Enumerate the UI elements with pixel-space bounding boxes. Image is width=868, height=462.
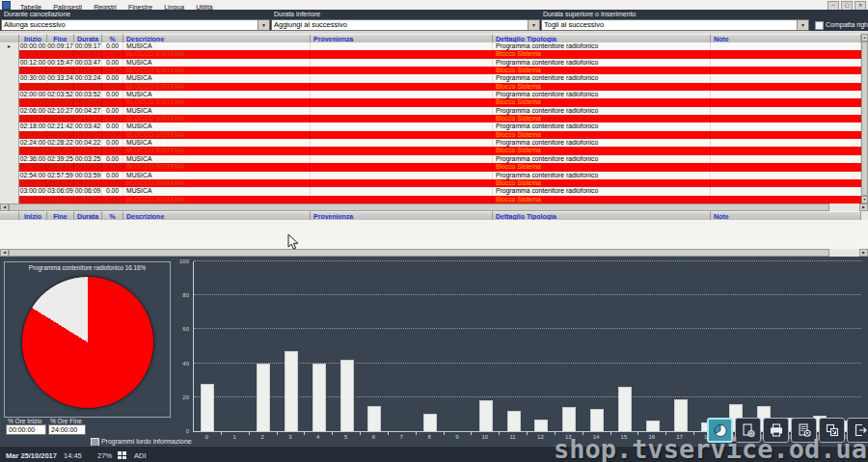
table-row[interactable]: 03:00:0003:06:0900:06:090.00MUSICAProgra… [0, 187, 861, 195]
cell-dettaglio[interactable]: Blocco Sistema [493, 98, 711, 106]
cell-inizio[interactable]: 00:09:17 [19, 50, 47, 58]
cell-durata[interactable]: 00:09:17 [74, 42, 102, 50]
cell-note[interactable] [711, 196, 861, 204]
row-selector[interactable] [0, 115, 19, 122]
chevron-down-icon[interactable]: ▼ [797, 20, 808, 30]
cell-descrizione[interactable]: BLOCCO SISTEMA [123, 131, 311, 139]
column-header-fine[interactable]: Fine [47, 34, 74, 42]
cell-fine[interactable]: 02:18:00 [47, 115, 74, 122]
cell-inizio[interactable]: 00:30:00 [19, 74, 47, 82]
column-header-dettaglio[interactable]: Dettaglio Tipologia [493, 34, 711, 42]
durante-cancellazione-select[interactable]: Allunga successivo ▼ [1, 19, 270, 31]
cell-durata[interactable]: 00:14:35 [74, 163, 102, 171]
horizontal-scrollbar[interactable]: ◀ ▶ [0, 204, 868, 211]
cell-durata[interactable]: 00:02:18 [74, 131, 102, 139]
cell-durata[interactable]: 00:03:59 [74, 172, 102, 179]
cell-fine[interactable]: 02:10:27 [47, 107, 74, 115]
column-header-durata[interactable]: Durata [74, 211, 102, 220]
cell-descrizione[interactable]: MUSICA [123, 74, 311, 82]
cell-inizio[interactable]: 02:21:42 [19, 131, 47, 139]
cell-inizio[interactable]: 02:03:52 [19, 98, 47, 106]
column-header-note[interactable]: Note [711, 211, 861, 220]
row-selector[interactable] [0, 131, 19, 139]
cell-durata[interactable]: 00:07:38 [74, 147, 102, 154]
cell-provenienza[interactable] [311, 74, 493, 82]
table-row[interactable]: 02:21:4202:24:0000:02:180.00BLOCCO SISTE… [0, 131, 861, 139]
cell-dettaglio[interactable]: Blocco Sistema [493, 196, 711, 204]
cell-durata[interactable]: 00:04:22 [74, 139, 102, 147]
durata-superiore-select[interactable]: Togli al successivo ▼ [541, 19, 809, 31]
cell-pct[interactable]: 0.00 [102, 67, 123, 74]
cell-provenienza[interactable] [311, 50, 493, 58]
row-selector[interactable] [0, 98, 19, 106]
cell-inizio[interactable]: 02:54:00 [19, 172, 47, 179]
table-row[interactable]: 00:15:4700:30:0000:14:130.00BLOCCO SISTE… [0, 67, 861, 74]
cell-pct[interactable]: 0.00 [102, 172, 123, 179]
cell-inizio[interactable]: 00:33:24 [19, 83, 47, 91]
cell-dettaglio[interactable]: Programma contenitore radiofonico [493, 42, 711, 50]
row-selector[interactable] [0, 83, 19, 91]
row-selector[interactable] [0, 122, 19, 130]
cell-provenienza[interactable] [311, 163, 493, 171]
cell-pct[interactable]: 0.00 [102, 187, 123, 195]
cell-fine[interactable]: 02:06:00 [47, 98, 74, 106]
checkbox-icon[interactable] [815, 21, 824, 30]
cell-inizio[interactable]: 03:00:00 [19, 187, 47, 195]
cell-descrizione[interactable]: BLOCCO SISTEMA [123, 83, 311, 91]
table-row[interactable]: 02:57:5903:00:0000:02:010.00BLOCCO SISTE… [0, 179, 861, 187]
cell-dettaglio[interactable]: Programma contenitore radiofonico [493, 122, 711, 130]
cell-inizio[interactable]: 02:36:00 [19, 155, 47, 163]
scrollbar-thumb[interactable] [9, 204, 829, 211]
cell-fine[interactable]: 02:39:25 [47, 155, 74, 163]
cell-dettaglio[interactable]: Blocco Sistema [493, 115, 711, 122]
cell-fine[interactable]: 02:21:42 [47, 122, 74, 130]
row-selector[interactable] [0, 50, 19, 58]
row-selector[interactable] [0, 155, 19, 163]
cell-pct[interactable]: 0.00 [102, 50, 123, 58]
cell-pct[interactable]: 0.00 [102, 107, 123, 115]
cell-descrizione[interactable]: MUSICA [123, 172, 311, 179]
cell-durata[interactable]: 01:26:36 [74, 83, 102, 91]
cell-provenienza[interactable] [311, 196, 493, 204]
cell-dettaglio[interactable]: Programma contenitore radiofonico [493, 139, 711, 147]
cell-descrizione[interactable]: MUSICA [123, 91, 311, 98]
column-header-provenienza[interactable]: Provenienza [311, 34, 493, 42]
cell-durata[interactable]: 00:03:42 [74, 122, 102, 130]
cell-descrizione[interactable]: MUSICA [123, 139, 311, 147]
column-header-fine[interactable]: Fine [47, 211, 74, 220]
compatta-righe-checkbox[interactable]: Compatta righe [815, 21, 868, 30]
row-selector[interactable] [0, 74, 19, 82]
cell-descrizione[interactable]: MUSICA [123, 187, 311, 195]
table-row[interactable]: 02:00:0002:03:5200:03:520.00MUSICAProgra… [0, 91, 861, 98]
cell-note[interactable] [711, 59, 861, 67]
row-selector[interactable] [0, 67, 19, 74]
cell-provenienza[interactable] [311, 172, 493, 179]
cell-dettaglio[interactable]: Programma contenitore radiofonico [493, 187, 711, 195]
cell-fine[interactable]: 02:36:00 [47, 147, 74, 154]
cell-fine[interactable]: 00:33:24 [47, 74, 74, 82]
cell-provenienza[interactable] [311, 91, 493, 98]
cell-descrizione[interactable]: MUSICA [123, 155, 311, 163]
table-row[interactable]: 00:30:0000:33:2400:03:240.00MUSICAProgra… [0, 74, 861, 82]
cell-fine[interactable]: 02:03:52 [47, 91, 74, 98]
cell-durata[interactable]: 00:02:01 [74, 179, 102, 187]
cell-inizio[interactable]: 02:24:00 [19, 139, 47, 147]
cell-pct[interactable]: 0.00 [102, 83, 123, 91]
row-selector[interactable] [0, 91, 19, 98]
table-row[interactable]: 02:03:5202:06:0000:02:080.00BLOCCO SISTE… [0, 98, 861, 106]
cell-dettaglio[interactable]: Programma contenitore radiofonico [493, 59, 711, 67]
cell-provenienza[interactable] [311, 115, 493, 122]
cell-durata[interactable]: 00:05:51 [74, 196, 102, 204]
cell-pct[interactable]: 0.00 [102, 115, 123, 122]
cell-pct[interactable]: 0.00 [102, 91, 123, 98]
cell-pct[interactable]: 0.00 [102, 74, 123, 82]
cell-pct[interactable]: 0.00 [102, 42, 123, 50]
table-row[interactable]: 02:28:2202:36:0000:07:380.00BLOCCO SISTE… [0, 147, 861, 154]
cell-durata[interactable]: 00:06:09 [74, 187, 102, 195]
column-header-descrizione[interactable]: Descrizione [123, 34, 311, 42]
table-row[interactable]: 02:24:0002:28:2200:04:220.00MUSICAProgra… [0, 139, 861, 147]
scrollbar-thumb[interactable] [861, 41, 868, 196]
row-selector[interactable] [0, 163, 19, 171]
scrollbar-thumb[interactable] [9, 249, 829, 257]
cell-fine[interactable]: 03:12:00 [47, 196, 74, 204]
